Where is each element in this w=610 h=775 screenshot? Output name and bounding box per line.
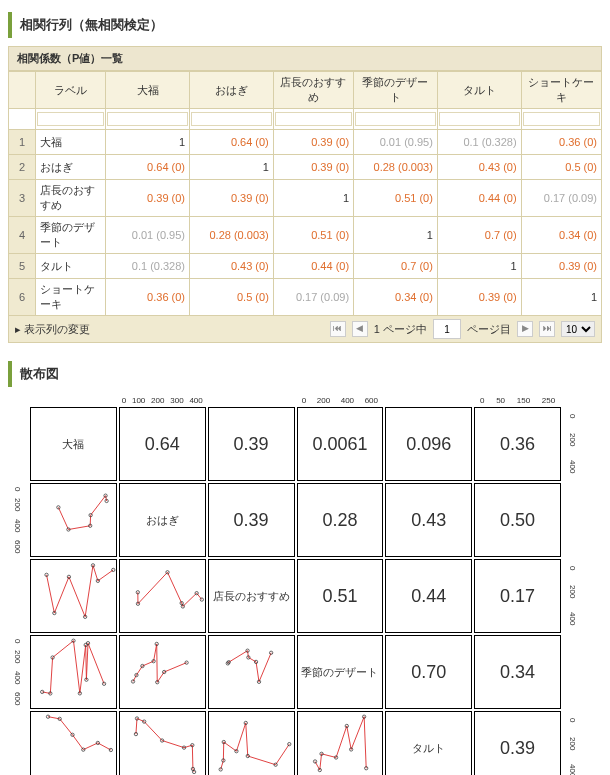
cell-value: 0.5 (0) <box>521 155 601 180</box>
splom-corr-value: 0.70 <box>385 635 472 709</box>
splom-scatter <box>208 711 295 775</box>
svg-point-66 <box>313 760 316 763</box>
splom-corr-value: 0.28 <box>297 483 384 557</box>
cell-value: 1 <box>106 130 190 155</box>
splom-scatter <box>119 559 206 633</box>
pager: ▸ 表示列の変更 ⏮ ◀ 1 ページ中 ページ目 ▶ ⏭ 10 <box>8 316 602 343</box>
splom-corr-value: 0.50 <box>474 483 561 557</box>
splom-corr-value: 0.36 <box>474 407 561 481</box>
axis-top: 0100200300400 <box>119 395 206 405</box>
cell-value: 0.17 (0.09) <box>521 180 601 217</box>
row-label: 季節のデザート <box>36 217 106 254</box>
row-label: ショートケーキ <box>36 279 106 316</box>
cell-value: 0.39 (0) <box>273 155 353 180</box>
filter-c2[interactable] <box>191 112 272 126</box>
table-row: 4季節のデザート0.01 (0.95)0.28 (0.003)0.51 (0)1… <box>9 217 602 254</box>
splom-diag-label: 季節のデザート <box>297 635 384 709</box>
col-rownum <box>9 72 36 109</box>
axis-top: 0200400600 <box>297 395 384 405</box>
correlation-table: ラベル 大福 おはぎ 店長のおすすめ 季節のデザート タルト ショートケーキ 1… <box>8 71 602 316</box>
cell-value: 0.7 (0) <box>437 217 521 254</box>
pager-next-icon[interactable]: ▶ <box>517 321 533 337</box>
splom-corr-value: 0.34 <box>474 635 561 709</box>
cell-value: 0.44 (0) <box>273 254 353 279</box>
filter-c5[interactable] <box>439 112 520 126</box>
cell-value: 1 <box>521 279 601 316</box>
pager-pages-pre: 1 ページ中 <box>374 322 427 337</box>
splom-corr-value: 0.096 <box>385 407 472 481</box>
row-number: 1 <box>9 130 36 155</box>
pager-last-icon[interactable]: ⏭ <box>539 321 555 337</box>
splom-corr-value: 0.39 <box>474 711 561 775</box>
row-number: 2 <box>9 155 36 180</box>
splom-corr-value: 0.51 <box>297 559 384 633</box>
axis-top: 050150250 <box>474 395 561 405</box>
splom-diag-label: おはぎ <box>119 483 206 557</box>
cell-value: 0.1 (0.328) <box>106 254 190 279</box>
table-row: 6ショートケーキ0.36 (0)0.5 (0)0.17 (0.09)0.34 (… <box>9 279 602 316</box>
cell-value: 0.17 (0.09) <box>273 279 353 316</box>
pager-first-icon[interactable]: ⏮ <box>330 321 346 337</box>
axis-side: 0200400600 <box>8 483 26 557</box>
filter-c4[interactable] <box>355 112 436 126</box>
row-number: 5 <box>9 254 36 279</box>
filter-c6[interactable] <box>523 112 600 126</box>
splom-diag-label: 大福 <box>30 407 117 481</box>
col-label[interactable]: ラベル <box>36 72 106 109</box>
splom-corr-value: 0.39 <box>208 483 295 557</box>
splom-corr-value: 0.44 <box>385 559 472 633</box>
splom-scatter <box>30 635 117 709</box>
cell-value: 0.44 (0) <box>437 180 521 217</box>
cell-value: 0.34 (0) <box>521 217 601 254</box>
pager-rows-select[interactable]: 10 <box>561 321 595 337</box>
row-label: タルト <box>36 254 106 279</box>
splom-diag-label: 店長のおすすめ <box>208 559 295 633</box>
cell-value: 0.5 (0) <box>190 279 274 316</box>
col-tencho[interactable]: 店長のおすすめ <box>273 72 353 109</box>
splom-corr-value: 0.17 <box>474 559 561 633</box>
row-label: 大福 <box>36 130 106 155</box>
table-row: 3店長のおすすめ0.39 (0)0.39 (0)10.51 (0)0.44 (0… <box>9 180 602 217</box>
cell-value: 1 <box>437 254 521 279</box>
cell-value: 0.43 (0) <box>437 155 521 180</box>
cell-value: 0.39 (0) <box>190 180 274 217</box>
col-daifuku[interactable]: 大福 <box>106 72 190 109</box>
splom-scatter <box>119 711 206 775</box>
subsection-title-coefficients: 相関係数（P値）一覧 <box>8 46 602 71</box>
table-row: 1大福10.64 (0)0.39 (0)0.01 (0.95)0.1 (0.32… <box>9 130 602 155</box>
cell-value: 0.36 (0) <box>521 130 601 155</box>
table-row: 2おはぎ0.64 (0)10.39 (0)0.28 (0.003)0.43 (0… <box>9 155 602 180</box>
cell-value: 0.39 (0) <box>106 180 190 217</box>
filter-c3[interactable] <box>275 112 352 126</box>
row-number: 6 <box>9 279 36 316</box>
columns-toggle[interactable]: ▸ 表示列の変更 <box>15 322 90 337</box>
cell-value: 0.7 (0) <box>354 254 438 279</box>
splom-corr-value: 0.0061 <box>297 407 384 481</box>
table-row: 5タルト0.1 (0.328)0.43 (0)0.44 (0)0.7 (0)10… <box>9 254 602 279</box>
splom-scatter <box>30 559 117 633</box>
cell-value: 0.64 (0) <box>190 130 274 155</box>
pager-pages-post: ページ目 <box>467 322 511 337</box>
splom-diag-label: タルト <box>385 711 472 775</box>
filter-label[interactable] <box>37 112 104 126</box>
cell-value: 0.51 (0) <box>273 217 353 254</box>
col-tart[interactable]: タルト <box>437 72 521 109</box>
cell-value: 1 <box>354 217 438 254</box>
splom-scatter <box>119 635 206 709</box>
filter-c1[interactable] <box>107 112 188 126</box>
cell-value: 0.39 (0) <box>521 254 601 279</box>
cell-value: 0.1 (0.328) <box>437 130 521 155</box>
cell-value: 0.01 (0.95) <box>354 130 438 155</box>
col-kisetsu[interactable]: 季節のデザート <box>354 72 438 109</box>
col-shortcake[interactable]: ショートケーキ <box>521 72 601 109</box>
cell-value: 0.36 (0) <box>106 279 190 316</box>
section-title-correlation: 相関行列（無相関検定） <box>8 12 602 38</box>
pager-page-input[interactable] <box>433 319 461 339</box>
splom-scatter <box>297 711 384 775</box>
cell-value: 0.39 (0) <box>437 279 521 316</box>
row-label: 店長のおすすめ <box>36 180 106 217</box>
pager-prev-icon[interactable]: ◀ <box>352 321 368 337</box>
col-ohagi[interactable]: おはぎ <box>190 72 274 109</box>
cell-value: 1 <box>190 155 274 180</box>
cell-value: 0.28 (0.003) <box>190 217 274 254</box>
